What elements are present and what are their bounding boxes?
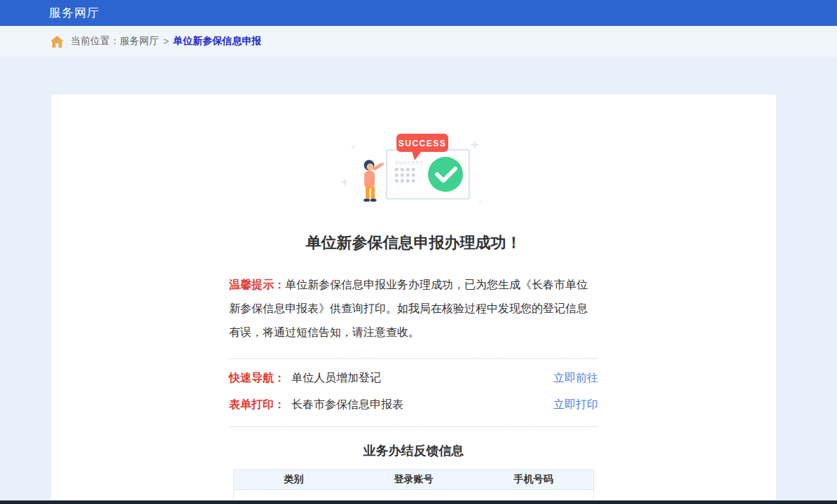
breadcrumb-prefix: 当前位置： — [71, 35, 120, 48]
app-header: 服务网厅 — [0, 0, 837, 26]
breadcrumb: 当前位置： 服务网厅 > 单位新参保信息申报 — [0, 26, 837, 57]
warm-tip-label: 温馨提示： — [229, 279, 285, 290]
breadcrumb-current-page: 单位新参保信息申报 — [173, 35, 261, 48]
home-icon — [50, 36, 64, 48]
print-now-link[interactable]: 立即打印 — [553, 398, 598, 412]
quick-nav-text: 单位人员增加登记 — [291, 371, 381, 386]
svg-text:SUCCESS: SUCCESS — [398, 139, 446, 148]
form-print-text: 长春市参保信息申报表 — [291, 398, 403, 412]
feedback-table-title: 业务办结反馈信息 — [229, 442, 598, 459]
column-phone: 手机号码 — [473, 470, 593, 490]
person-figure — [364, 160, 385, 202]
footer-bar — [0, 500, 837, 504]
app-title: 服务网厅 — [49, 5, 99, 21]
column-login-account: 登录账号 — [354, 470, 473, 490]
breadcrumb-separator: > — [163, 36, 169, 47]
check-circle-icon — [428, 157, 463, 192]
form-print-label: 表单打印： — [229, 398, 285, 412]
page-title: 单位新参保信息申报办理成功！ — [229, 232, 598, 253]
column-category: 类别 — [234, 470, 354, 490]
dotted-divider — [229, 358, 598, 359]
feedback-header-row: 类别 登录账号 手机号码 — [234, 470, 594, 490]
dotted-divider — [229, 426, 598, 427]
board-faint-label: SUCCESS — [395, 160, 424, 165]
warm-tip: 温馨提示：单位新参保信息申报业务办理成功，已为您生成《长春市单位新参保信息申报表… — [229, 273, 598, 344]
result-card: SUCCESS SUCCESS — [51, 94, 776, 500]
go-now-link[interactable]: 立即前往 — [553, 371, 598, 386]
success-illustration: SUCCESS SUCCESS — [229, 133, 598, 221]
quick-nav-label: 快速导航： — [229, 371, 285, 386]
breadcrumb-root-link[interactable]: 服务网厅 — [120, 35, 159, 48]
feedback-table: 类别 登录账号 手机号码 法人登录账号（单位代码） 0 — [233, 469, 594, 504]
form-print-row: 表单打印： 长春市参保信息申报表 立即打印 — [229, 398, 598, 412]
quick-nav-row: 快速导航： 单位人员增加登记 立即前往 — [229, 371, 598, 386]
